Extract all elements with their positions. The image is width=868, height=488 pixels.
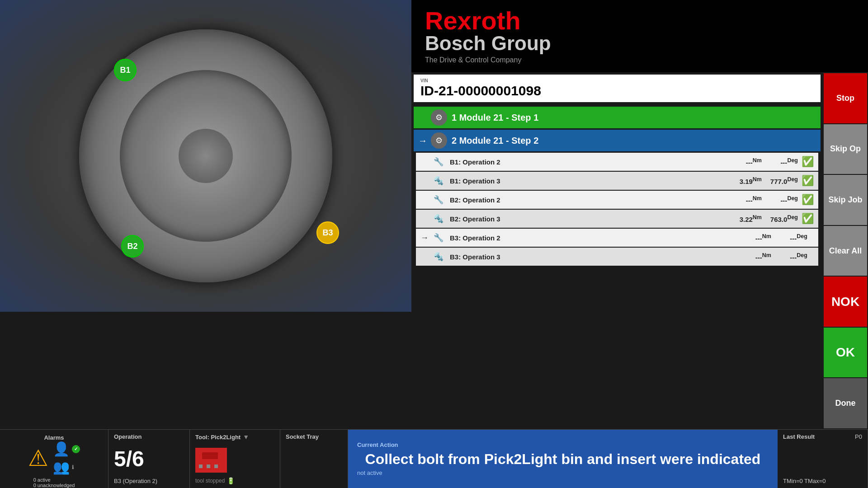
user-approved-badge: ✓ [72, 445, 80, 453]
op-angle-b2-op2: ---Deg [762, 195, 798, 204]
alarms-section: Alarms ⚠ 👤 ✓ 👥 ℹ 0 active 0 unacknowledg… [0, 430, 108, 488]
op-angle-b2-op3: 763.0Deg [762, 214, 798, 223]
user-approved-icon: 👤 [53, 441, 70, 457]
bolt-b3-label: B3 [316, 221, 339, 244]
tool-dropdown-icon[interactable]: ▼ [243, 433, 249, 441]
socket-tray-section: Socket Tray [280, 430, 348, 488]
op-row-b3-op3: 🔩 B3: Operation 3 ---Nm ---Deg [416, 248, 818, 266]
alarm-counts: 0 active 0 unacknowledged [33, 477, 75, 488]
tool-image [195, 448, 227, 473]
step-row-1[interactable]: ⚙ 1 Module 21 - Step 1 [414, 107, 821, 128]
status-bar: Alarms ⚠ 👤 ✓ 👥 ℹ 0 active 0 unacknowledg… [0, 429, 868, 488]
svg-rect-3 [207, 465, 210, 468]
op-icon-drill-3: 🔩 [432, 250, 445, 263]
op-icon-drill-2: 🔩 [432, 212, 445, 225]
op-angle-b3-op2: ---Deg [771, 233, 807, 242]
step-2-icon: ⚙ [431, 132, 447, 149]
svg-rect-2 [199, 465, 203, 468]
step-1-arrow [418, 113, 427, 123]
op-icon-wrench-3: 🔧 [432, 231, 445, 244]
current-action-text: Collect bolt from Pick2Light bin and ins… [357, 450, 769, 468]
alarms-label: Alarms [44, 434, 64, 441]
step-2-arrow: → [418, 136, 427, 146]
last-result-po: P0 [855, 433, 862, 440]
current-action-section: Current Action Collect bolt from Pick2Li… [348, 430, 778, 488]
op-name-b1-op3: B1: Operation 3 [450, 177, 726, 185]
svg-rect-1 [202, 452, 218, 459]
brand-header: Rexroth Bosch Group The Drive & Control … [411, 0, 868, 72]
brand-tagline: The Drive & Control Company [425, 56, 521, 64]
alarm-users: 👤 ✓ 👥 ℹ [53, 441, 80, 475]
brand-rexroth: Rexroth [425, 8, 521, 33]
op-name-b2-op3: B2: Operation 3 [450, 215, 726, 223]
last-result-section: Last Result P0 TMin=0 TMax=0 [778, 430, 868, 488]
op-row-b2-op3: 🔩 B2: Operation 3 3.22Nm 763.0Deg ✅ [416, 210, 818, 228]
op-angle-b1-op3: 777.0Deg [762, 176, 798, 185]
op-icon-wrench-2: 🔧 [432, 193, 445, 206]
op-torque-b3-op3: ---Nm [735, 252, 771, 261]
op-torque-b3-op2: ---Nm [735, 233, 771, 242]
op-icon-drill-1: 🔩 [432, 174, 445, 188]
nok-button[interactable]: NOK [824, 277, 867, 327]
op-row-b3-op2: → 🔧 B3: Operation 2 ---Nm ---Deg [416, 229, 818, 247]
tool-status: tool stopped [195, 478, 225, 484]
alarm-triangle-icon: ⚠ [28, 445, 48, 471]
skip-op-button[interactable]: Skip Op [824, 124, 867, 174]
alarm-info-icon: ℹ [72, 464, 74, 470]
step-row-2[interactable]: → ⚙ 2 Module 21 - Step 2 [414, 130, 821, 151]
camera-view: B1 B2 B3 [0, 0, 411, 312]
op-angle-b1-op2: ---Deg [762, 157, 798, 166]
op-torque-b1-op3: 3.19Nm [726, 176, 762, 185]
operation-section: Operation 5/6 B3 (Operation 2) [108, 430, 190, 488]
user-pending-icon: 👥 [53, 459, 70, 475]
side-buttons-panel: Stop Skip Op Skip Job Clear All NOK OK D… [823, 72, 868, 429]
ok-button[interactable]: OK [824, 328, 867, 378]
operation-progress: 5/6 [114, 446, 184, 471]
tool-label: Tool: Pick2Light [195, 434, 241, 441]
operation-detail: B3 (Operation 2) [114, 478, 184, 484]
op-torque-b1-op2: ---Nm [726, 157, 762, 166]
step-2-label: 2 Module 21 - Step 2 [452, 136, 538, 146]
current-action-status: not active [357, 469, 769, 476]
tool-section: Tool: Pick2Light ▼ tool stopped 🔋 [190, 430, 280, 488]
brand-bosch: Bosch Group [425, 33, 551, 53]
op-angle-b3-op3: ---Deg [771, 252, 807, 261]
steps-list: ⚙ 1 Module 21 - Step 1 → ⚙ 2 Module 21 -… [414, 107, 821, 427]
bolt-b1-label: B1 [114, 59, 137, 81]
op-torque-b2-op3: 3.22Nm [726, 214, 762, 223]
current-action-label: Current Action [357, 441, 769, 448]
stop-button[interactable]: Stop [824, 73, 867, 123]
op-name-b3-op3: B3: Operation 3 [450, 253, 735, 261]
step-1-label: 1 Module 21 - Step 1 [452, 113, 538, 123]
vin-value: ID-21-00000001098 [420, 83, 814, 99]
operation-label: Operation [114, 433, 184, 440]
op-name-b3-op2: B3: Operation 2 [450, 234, 735, 242]
op-check-b2-op2: ✅ [802, 194, 814, 206]
clear-all-button[interactable]: Clear All [824, 226, 867, 276]
tmin-tmax: TMin=0 TMax=0 [783, 478, 862, 484]
skip-job-button[interactable]: Skip Job [824, 175, 867, 225]
op-name-b2-op2: B2: Operation 2 [450, 196, 726, 204]
op-check-b3-op2 [811, 232, 814, 244]
vin-bar: VIN ID-21-00000001098 [414, 75, 821, 102]
battery-icon: 🔋 [227, 477, 235, 484]
op-name-b1-op2: B1: Operation 2 [450, 158, 726, 166]
op-torque-b2-op2: ---Nm [726, 195, 762, 204]
op-check-b1-op2: ✅ [802, 156, 814, 168]
done-button[interactable]: Done [824, 378, 867, 428]
op-check-b2-op3: ✅ [802, 213, 814, 225]
op-check-b1-op3: ✅ [802, 175, 814, 187]
op-check-b3-op3 [811, 251, 814, 263]
step-1-icon: ⚙ [431, 109, 447, 126]
op-row-b1-op3: 🔩 B1: Operation 3 3.19Nm 777.0Deg ✅ [416, 172, 818, 190]
socket-tray-label: Socket Tray [286, 433, 342, 440]
op-row-b1-op2: 🔧 B1: Operation 2 ---Nm ---Deg ✅ [416, 153, 818, 171]
op-icon-wrench-1: 🔧 [432, 155, 445, 169]
bolt-b2-label: B2 [121, 235, 144, 258]
vin-label: VIN [420, 78, 814, 83]
op-row-b2-op2: 🔧 B2: Operation 2 ---Nm ---Deg ✅ [416, 191, 818, 209]
last-result-label: Last Result [783, 433, 815, 440]
svg-rect-4 [214, 465, 218, 468]
